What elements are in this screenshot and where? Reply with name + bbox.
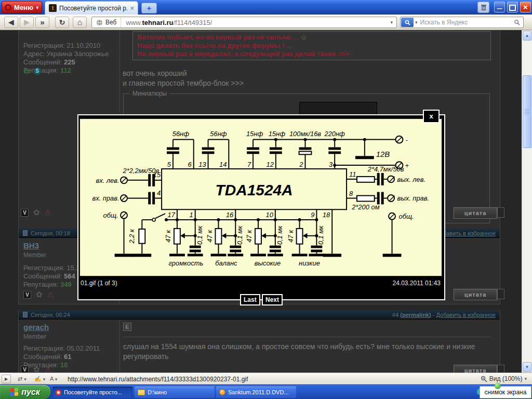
search-input[interactable] bbox=[419, 18, 514, 26]
lightbox-next-button[interactable]: Next bbox=[262, 294, 283, 305]
circuit-diagram-tda1524a: 56нф 56нф 15нф 15нф 100мк/16в 220нф - + … bbox=[80, 119, 442, 276]
cap-label: 100мк/16в bbox=[289, 130, 321, 138]
address-bar[interactable]: Веб www.tehnari.ru/f114/t49315/ ▾ bbox=[91, 17, 397, 28]
windows-taskbar: пуск Посоветуйте просто... D:\кино Sankt… bbox=[0, 384, 532, 399]
lightbox-timestamp: 24.03.2011 01:43 bbox=[312, 280, 441, 287]
rep-give-icon[interactable]: ✿ bbox=[33, 365, 40, 373]
pin-number: 5 bbox=[167, 161, 171, 168]
user-address: Адрес: Украина Запорожье bbox=[23, 50, 109, 58]
taskbar-task-explorer[interactable]: D:\кино bbox=[135, 387, 215, 398]
fit-width-icon[interactable]: A ▾ bbox=[50, 376, 57, 382]
quote-box: Виталик побьют, но на первый раз не силь… bbox=[132, 31, 491, 60]
sync-icon[interactable]: ⇄ ▾ bbox=[18, 376, 26, 382]
fast-forward-button[interactable]: » bbox=[35, 17, 49, 28]
back-button[interactable]: ◀ bbox=[4, 17, 18, 28]
panel-toggle-icon: ▶ bbox=[5, 377, 8, 381]
user-registered: Регистрация: 15.1 bbox=[23, 264, 80, 272]
minus-label: - bbox=[405, 136, 407, 144]
quote-button-post2[interactable]: цитата bbox=[454, 289, 504, 300]
pin-number: 9 bbox=[311, 211, 314, 219]
user-badges-post1: ✿ S bbox=[23, 66, 41, 76]
back-icon: ◀ bbox=[9, 18, 14, 26]
closed-tabs-trash-button[interactable] bbox=[477, 2, 489, 13]
home-button[interactable]: ⌂ bbox=[73, 17, 87, 28]
quote-line: Надо делать без ссылк на другие форумы !… bbox=[137, 42, 486, 50]
cap-value: 0,1 мк bbox=[196, 225, 204, 245]
report-warning-icon[interactable]: ⚠ bbox=[45, 208, 51, 217]
multiquote-icon[interactable] bbox=[497, 289, 504, 299]
taskbar-task-movie[interactable]: Sanktum.2011.D.DVD... bbox=[216, 387, 296, 398]
smiley-icon: ☺ bbox=[300, 33, 307, 41]
zoom-dropdown-icon: ▾ bbox=[524, 376, 527, 381]
url-text: www.tehnari.ru/f114/t49315/ bbox=[121, 19, 212, 26]
cap-value: 0,1 мк bbox=[236, 225, 244, 245]
arrow-up-icon: ▲ bbox=[525, 33, 529, 38]
vbulletin-badge-icon[interactable]: V bbox=[21, 209, 29, 217]
scrollbar-thumb[interactable] bbox=[523, 75, 531, 148]
post1-footer-icons: V ✿ ⚠ bbox=[21, 208, 51, 217]
attachment-image[interactable]: 56нф 56нф 15нф 15нф 100мк/16в 220нф - + … bbox=[79, 118, 443, 277]
address-dropdown-icon[interactable]: ▾ bbox=[387, 20, 396, 25]
pot-value: 47 к bbox=[164, 230, 172, 243]
search-engine-dropdown-icon[interactable]: ▾ bbox=[414, 20, 419, 25]
restore-button[interactable] bbox=[507, 2, 518, 12]
close-button[interactable]: × bbox=[520, 2, 531, 12]
user-registered: Регистрация: 05.02.2011 bbox=[23, 344, 100, 353]
lightbox-last-button[interactable]: Last bbox=[240, 294, 260, 305]
scroll-up-button[interactable]: ▲ bbox=[523, 31, 531, 41]
add-favorite-link[interactable]: Добавить в избранное bbox=[436, 312, 496, 318]
username-link[interactable]: gerach bbox=[23, 323, 49, 331]
rep-give-icon[interactable]: ✿ bbox=[36, 290, 43, 299]
multiquote-icon[interactable] bbox=[497, 365, 504, 373]
panel-toggle-button[interactable]: ▶ bbox=[2, 375, 11, 383]
tab-close-icon[interactable]: × bbox=[130, 4, 134, 12]
opera-menu-button[interactable]: Меню ∨ bbox=[2, 1, 42, 14]
view-zoom-control[interactable]: Вид (100%) ▾ bbox=[481, 375, 527, 382]
web-mode-button[interactable]: Веб bbox=[92, 17, 121, 28]
forward-button[interactable]: ▶ bbox=[20, 17, 34, 28]
quote-line: Виталик побьют, но на первый раз не силь… bbox=[137, 33, 486, 42]
navigation-toolbar: ◀ ▶ » ↻ ⌂ Веб www.tehnari.ru/f114/t49315… bbox=[0, 15, 532, 30]
multiquote-icon[interactable] bbox=[497, 207, 504, 218]
pin-number: 8 bbox=[349, 190, 353, 197]
quote-button-post1[interactable]: цитата bbox=[454, 207, 504, 219]
pot-function-label: низкие bbox=[299, 259, 320, 267]
report-warning-icon[interactable]: ⚠ bbox=[47, 290, 54, 299]
skype-icon[interactable]: S bbox=[34, 68, 41, 75]
search-go-icon[interactable] bbox=[514, 19, 520, 25]
search-engine-button[interactable] bbox=[401, 18, 414, 27]
close-icon: × bbox=[523, 3, 528, 11]
quote-button-post3[interactable]: цитата bbox=[454, 365, 504, 373]
permalink-link[interactable]: (permalink) bbox=[400, 312, 431, 318]
search-bar[interactable]: ▾ bbox=[400, 17, 524, 28]
status-url: http://www.tehnari.ru/attachments/f114/3… bbox=[68, 376, 248, 383]
username-link[interactable]: ВН3 bbox=[23, 241, 39, 250]
home-icon: ⌂ bbox=[77, 18, 82, 26]
pin-number: 14 bbox=[219, 161, 227, 168]
scroll-down-button[interactable]: ▼ bbox=[523, 362, 531, 372]
zoom-magnifier-icon bbox=[481, 376, 487, 382]
reload-button[interactable]: ↻ bbox=[55, 17, 69, 28]
pin-number: 1 bbox=[190, 211, 193, 219]
resistor-label: 2,2 к bbox=[128, 229, 136, 244]
vbulletin-badge-icon[interactable]: V bbox=[23, 291, 31, 299]
report-warning-icon[interactable]: ⚠ bbox=[45, 365, 51, 373]
start-button[interactable]: пуск bbox=[0, 385, 50, 399]
minimize-icon: — bbox=[497, 6, 502, 11]
tray-balloon-icon bbox=[495, 383, 501, 389]
lightbox-close-button[interactable]: x bbox=[423, 110, 440, 123]
mouse-gesture-icon[interactable]: ✍ ▾ bbox=[34, 376, 45, 382]
taskbar-task-opera[interactable]: Посоветуйте просто... bbox=[52, 387, 132, 398]
cap-label: 220нф bbox=[324, 130, 345, 138]
pin-number: 11 bbox=[349, 170, 356, 178]
rep-give-icon[interactable]: ✿ bbox=[33, 208, 40, 217]
vbulletin-badge-icon[interactable]: V bbox=[21, 366, 29, 374]
new-tab-button[interactable]: + bbox=[141, 3, 157, 14]
minimize-button[interactable]: — bbox=[494, 2, 505, 12]
post-smiley-icon: Е bbox=[123, 323, 131, 331]
post3-footer-icons: V ✿ ⚠ bbox=[21, 365, 51, 373]
browser-tab[interactable]: t Посоветуйте простой р... × bbox=[45, 1, 138, 15]
pot-function-label: громкость bbox=[168, 259, 203, 267]
pot-function-label: баланс bbox=[215, 259, 237, 267]
vertical-scrollbar[interactable]: ▲ ▼ bbox=[522, 30, 532, 373]
